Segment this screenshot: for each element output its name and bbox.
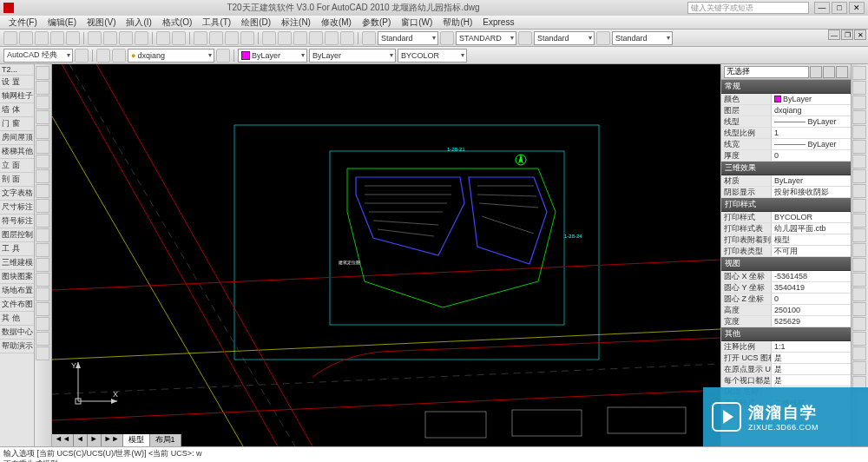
t20-item[interactable]: 文字表格 — [0, 187, 34, 201]
properties-value[interactable]: -5361458 — [772, 271, 851, 281]
layer-prev-icon[interactable] — [216, 49, 230, 63]
toolpalette-icon[interactable] — [309, 31, 323, 45]
tab-layout1[interactable]: 布局1 — [150, 434, 181, 446]
quickselect-icon[interactable] — [810, 66, 822, 78]
open-icon[interactable] — [19, 31, 33, 45]
properties-section-header[interactable]: 常规 — [721, 80, 851, 94]
modify-tool-icon[interactable] — [852, 287, 866, 301]
properties-row[interactable]: 注释比例1:1 — [721, 341, 851, 353]
plot-preview-icon[interactable] — [66, 31, 80, 45]
properties-value[interactable]: 250100 — [772, 305, 851, 315]
layer-properties-icon[interactable] — [96, 49, 110, 63]
draw-tool-icon[interactable] — [36, 81, 49, 95]
zoom-previous-icon[interactable] — [240, 31, 254, 45]
textstyle-icon[interactable] — [362, 31, 376, 45]
properties-value[interactable]: 0 — [772, 150, 851, 161]
designcenter-icon[interactable] — [278, 31, 292, 45]
draw-tool-icon[interactable] — [36, 317, 49, 331]
properties-row[interactable]: 线宽———— ByLayer — [721, 139, 851, 150]
tab-nav-first[interactable]: ◄◄ — [52, 434, 74, 446]
t20-item[interactable]: 工 具 — [0, 242, 34, 256]
draw-tool-icon[interactable] — [36, 302, 49, 316]
properties-value[interactable]: 525629 — [772, 316, 851, 327]
menu-bar[interactable]: 文件(F)编辑(E)视图(V)插入(I)格式(O)工具(T)绘图(D)标注(N)… — [0, 16, 868, 30]
t20-item[interactable]: 其 他 — [0, 312, 34, 326]
draw-tool-icon[interactable] — [36, 346, 49, 360]
tablestyle-icon[interactable] — [518, 31, 532, 45]
redo-icon[interactable] — [172, 31, 186, 45]
menu-item[interactable]: 文件(F) — [3, 16, 43, 29]
modify-tool-icon[interactable] — [852, 346, 866, 360]
properties-row[interactable]: 在原点显示 UC...是 — [721, 364, 851, 375]
properties-section-header[interactable]: 视图 — [721, 257, 851, 271]
selection-filter-combo[interactable]: 无选择 — [724, 66, 809, 78]
menu-item[interactable]: 编辑(E) — [43, 16, 82, 29]
properties-row[interactable]: 圆心 X 坐标-5361458 — [721, 271, 851, 282]
properties-value[interactable]: ByLayer — [772, 94, 851, 104]
tab-nav-prev[interactable]: ◄ — [74, 434, 88, 446]
t20-item[interactable]: 符号标注 — [0, 214, 34, 228]
mleaderstyle-icon[interactable] — [596, 31, 610, 45]
menu-item[interactable]: 插入(I) — [121, 16, 156, 29]
t20-item[interactable]: 数据中心 — [0, 326, 34, 340]
new-icon[interactable] — [3, 31, 17, 45]
close-button[interactable]: ✕ — [849, 2, 865, 14]
properties-value[interactable]: 模型 — [772, 234, 851, 245]
t20-item[interactable]: 房间屋顶 — [0, 131, 34, 145]
properties-row[interactable]: 打印表附着到模型 — [721, 234, 851, 246]
draw-tool-icon[interactable] — [36, 110, 49, 124]
properties-row[interactable]: 图层dxqiang — [721, 105, 851, 116]
properties-value[interactable]: 是 — [772, 364, 851, 374]
modify-tool-icon[interactable] — [852, 317, 866, 331]
draw-tool-icon[interactable] — [36, 140, 49, 154]
modify-tool-icon[interactable] — [852, 258, 866, 272]
t20-item[interactable]: 墙 体 — [0, 103, 34, 117]
workspace-settings-icon[interactable] — [75, 49, 89, 63]
modify-tool-icon[interactable] — [852, 81, 866, 95]
draw-tool-icon[interactable] — [36, 184, 49, 198]
menu-item[interactable]: 格式(O) — [157, 16, 197, 29]
menu-item[interactable]: 窗口(W) — [396, 16, 437, 29]
draw-tool-icon[interactable] — [36, 243, 49, 257]
undo-icon[interactable] — [156, 31, 170, 45]
menu-item[interactable]: 修改(M) — [316, 16, 357, 29]
properties-row[interactable]: 厚度0 — [721, 150, 851, 162]
properties-row[interactable]: 阴影显示投射和接收阴影 — [721, 187, 851, 198]
command-line[interactable]: 输入选项 [当前 UCS(C)/UCS(U)/世界(W)] <当前 UCS>: … — [0, 446, 868, 462]
properties-value[interactable]: 不可用 — [772, 246, 851, 256]
properties-row[interactable]: 高度250100 — [721, 305, 851, 316]
selectobjects-icon[interactable] — [823, 66, 835, 78]
table-style-combo[interactable]: Standard — [534, 31, 595, 45]
modify-tool-icon[interactable] — [852, 66, 866, 80]
properties-value[interactable]: 是 — [772, 353, 851, 363]
tab-nav-next[interactable]: ► — [88, 434, 102, 446]
t20-item[interactable]: 帮助演示 — [0, 340, 34, 353]
properties-icon[interactable] — [262, 31, 276, 45]
doc-close-button[interactable]: ✕ — [854, 30, 866, 40]
t20-item[interactable]: 轴网柱子 — [0, 89, 34, 103]
modify-tool-icon[interactable] — [852, 302, 866, 316]
draw-tool-icon[interactable] — [36, 332, 49, 346]
modify-tool-icon[interactable] — [852, 169, 866, 183]
modify-tool-icon[interactable] — [852, 214, 866, 228]
t20-item[interactable]: 图块图案 — [0, 270, 34, 284]
menu-item[interactable]: 工具(T) — [197, 16, 236, 29]
dim-style-combo[interactable]: STANDARD — [456, 31, 516, 45]
properties-value[interactable]: ———— ByLayer — [772, 139, 851, 149]
properties-value[interactable]: 1 — [772, 128, 851, 138]
text-style-combo[interactable]: Standard — [378, 31, 438, 45]
modify-tool-icon[interactable] — [852, 184, 866, 198]
draw-tool-icon[interactable] — [36, 125, 49, 139]
modify-tool-icon[interactable] — [852, 125, 866, 139]
properties-value[interactable]: 幼儿园平面.ctb — [772, 223, 851, 234]
draw-tool-icon[interactable] — [36, 155, 49, 168]
pickadd-icon[interactable] — [836, 66, 848, 78]
modify-tool-icon[interactable] — [852, 332, 866, 346]
properties-section-header[interactable]: 其他 — [721, 327, 851, 341]
draw-tool-icon[interactable] — [36, 199, 49, 213]
calc-icon[interactable] — [325, 31, 339, 45]
properties-row[interactable]: 线型比例1 — [721, 128, 851, 139]
draw-tool-icon[interactable] — [36, 287, 49, 301]
t20-item[interactable]: 设 置 — [0, 76, 34, 89]
properties-row[interactable]: 圆心 Z 坐标0 — [721, 294, 851, 305]
